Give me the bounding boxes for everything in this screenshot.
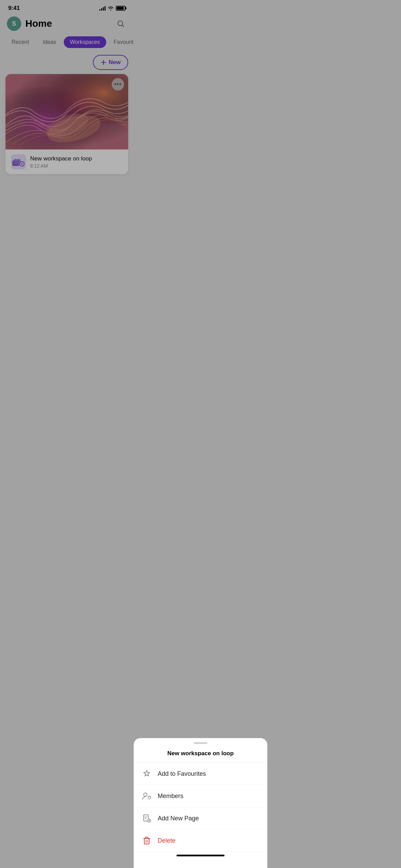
bottom-sheet-overlay[interactable] <box>0 0 134 289</box>
